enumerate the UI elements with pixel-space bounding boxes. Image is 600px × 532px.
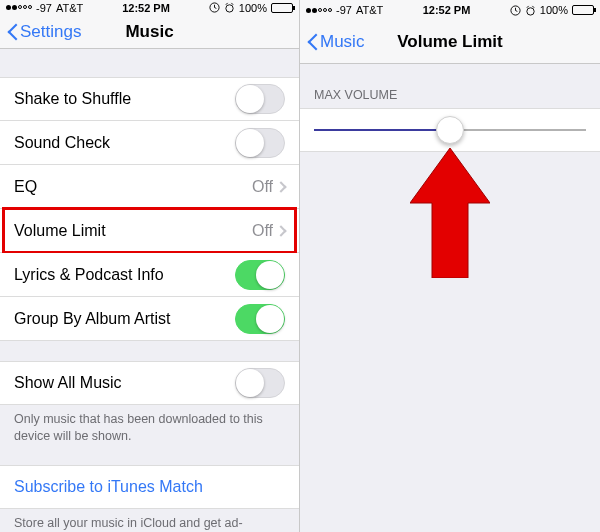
svg-point-5: [527, 7, 534, 14]
carrier-label: AT&T: [56, 2, 83, 14]
status-time: 12:52 PM: [122, 2, 170, 14]
row-label: Subscribe to iTunes Match: [14, 478, 285, 496]
svg-point-1: [226, 5, 233, 12]
nav-bar: Settings Music: [0, 15, 299, 49]
back-label: Settings: [20, 22, 81, 42]
signal-strength-icon: [306, 8, 332, 13]
row-volume-limit[interactable]: Volume Limit Off: [0, 209, 299, 253]
back-label: Music: [320, 32, 364, 52]
status-bar: -97 AT&T 12:52 PM 100%: [0, 0, 299, 15]
volume-slider[interactable]: [314, 129, 586, 131]
toggle-group-album[interactable]: [235, 304, 285, 334]
row-shake-to-shuffle[interactable]: Shake to Shuffle: [0, 77, 299, 121]
status-left: -97 AT&T: [306, 4, 383, 16]
rotation-lock-icon: [510, 5, 521, 16]
slider-fill: [314, 129, 450, 131]
status-time: 12:52 PM: [423, 4, 471, 16]
signal-strength-icon: [6, 5, 32, 10]
row-sound-check[interactable]: Sound Check: [0, 121, 299, 165]
row-group-by-album-artist[interactable]: Group By Album Artist: [0, 297, 299, 341]
annotation-arrow-icon: [410, 148, 490, 278]
row-eq[interactable]: EQ Off: [0, 165, 299, 209]
row-label: Shake to Shuffle: [14, 90, 235, 108]
alarm-icon: [525, 5, 536, 16]
row-label: Sound Check: [14, 134, 235, 152]
rotation-lock-icon: [209, 2, 220, 13]
status-right: 100%: [209, 2, 293, 14]
max-volume-slider-row: [300, 108, 600, 152]
slider-knob[interactable]: [436, 116, 464, 144]
battery-percent: 100%: [239, 2, 267, 14]
signal-db: -97: [36, 2, 52, 14]
row-value: Off: [252, 222, 273, 240]
row-lyrics-podcast[interactable]: Lyrics & Podcast Info: [0, 253, 299, 297]
row-show-all-music[interactable]: Show All Music: [0, 361, 299, 405]
settings-group-playback: Shake to Shuffle Sound Check EQ Off Volu…: [0, 77, 299, 341]
svg-line-6: [527, 5, 529, 7]
toggle-lyrics[interactable]: [235, 260, 285, 290]
battery-icon: [572, 5, 594, 15]
chevron-right-icon: [275, 225, 286, 236]
section-header-max-volume: MAX VOLUME: [300, 88, 600, 108]
row-subscribe-itunes-match[interactable]: Subscribe to iTunes Match: [0, 465, 299, 509]
status-right: 100%: [510, 4, 594, 16]
back-button-music[interactable]: Music: [300, 32, 370, 52]
row-label: Group By Album Artist: [14, 310, 235, 328]
settings-group-library: Show All Music: [0, 361, 299, 405]
toggle-sound-check[interactable]: [235, 128, 285, 158]
chevron-left-icon: [6, 22, 18, 42]
status-bar: -97 AT&T 12:52 PM 100%: [300, 0, 600, 20]
signal-db: -97: [336, 4, 352, 16]
volume-limit-pane: -97 AT&T 12:52 PM 100% Music Volume Limi…: [300, 0, 600, 532]
battery-percent: 100%: [540, 4, 568, 16]
row-label: Volume Limit: [14, 222, 252, 240]
chevron-left-icon: [306, 32, 318, 52]
row-label: Lyrics & Podcast Info: [14, 266, 235, 284]
chevron-right-icon: [275, 181, 286, 192]
toggle-show-all[interactable]: [235, 368, 285, 398]
music-settings-pane: -97 AT&T 12:52 PM 100% Settings Music Sh…: [0, 0, 300, 532]
battery-icon: [271, 3, 293, 13]
footer-show-all: Only music that has been downloaded to t…: [0, 405, 299, 445]
back-button-settings[interactable]: Settings: [0, 22, 87, 42]
settings-group-itunes-match: Subscribe to iTunes Match: [0, 465, 299, 509]
svg-marker-8: [410, 148, 490, 278]
row-label: Show All Music: [14, 374, 235, 392]
svg-line-7: [532, 5, 534, 7]
footer-subscribe: Store all your music in iCloud and get a…: [0, 509, 299, 532]
nav-bar: Music Volume Limit: [300, 20, 600, 64]
svg-line-2: [226, 3, 228, 5]
carrier-label: AT&T: [356, 4, 383, 16]
row-label: EQ: [14, 178, 252, 196]
svg-line-3: [231, 3, 233, 5]
row-value: Off: [252, 178, 273, 196]
status-left: -97 AT&T: [6, 2, 83, 14]
toggle-shake[interactable]: [235, 84, 285, 114]
alarm-icon: [224, 2, 235, 13]
